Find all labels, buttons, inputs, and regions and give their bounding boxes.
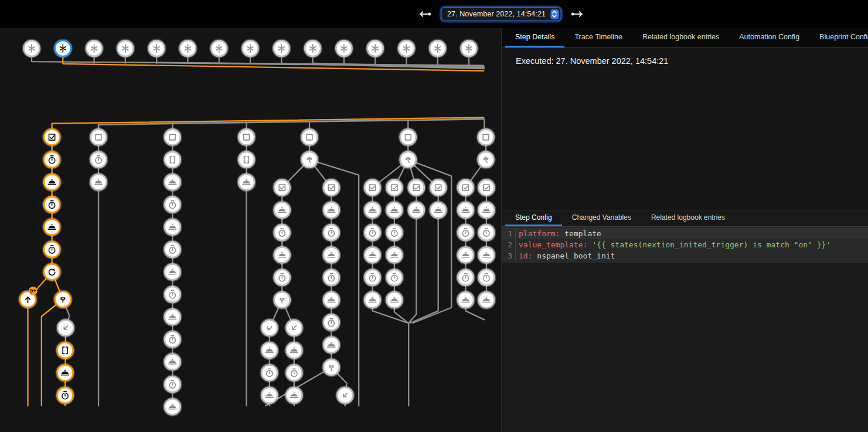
trace-node-call-split[interactable] (54, 290, 72, 308)
trace-node-service-call[interactable] (43, 173, 61, 191)
trace-node-timer[interactable] (260, 364, 278, 382)
trace-node-service-call[interactable] (457, 246, 475, 264)
trace-node-service-call[interactable] (322, 291, 341, 309)
trace-node-checkbox-marked[interactable] (322, 179, 341, 197)
yaml-code-editor[interactable]: 1platform: template2value_template: '{{ … (502, 227, 868, 263)
trace-node-arrow-bottom-left[interactable] (285, 319, 303, 337)
trace-node-code-brackets[interactable] (56, 341, 74, 359)
tab-step-details[interactable]: Step Details (505, 28, 564, 47)
trace-node-service-call[interactable] (386, 246, 404, 264)
trace-node-checkbox-marked[interactable] (457, 179, 475, 197)
trace-node-asterisk-trigger[interactable] (54, 39, 72, 57)
trace-node-timer[interactable] (43, 196, 61, 214)
trace-node-timer[interactable] (363, 223, 382, 241)
trace-node-checkbox-marked[interactable] (407, 179, 426, 197)
trace-node-service-call[interactable] (363, 246, 382, 264)
trace-node-timer[interactable] (322, 223, 341, 241)
trace-node-service-call[interactable] (90, 173, 108, 191)
code-line[interactable]: 2value_template: '{{ states(nextion_init… (502, 239, 868, 250)
trace-node-repeat[interactable] (43, 263, 61, 281)
code-line[interactable]: 1platform: template (502, 228, 868, 239)
trace-node-timer[interactable] (164, 285, 182, 304)
trace-node-timer[interactable] (56, 386, 74, 404)
trace-node-timer[interactable] (457, 223, 475, 241)
trace-node-service-call[interactable] (164, 263, 182, 281)
trace-node-service-call[interactable] (478, 291, 496, 309)
trace-node-choose-branch[interactable] (301, 151, 319, 169)
trace-node-asterisk-trigger[interactable] (179, 39, 197, 57)
trace-node-asterisk-trigger[interactable] (335, 39, 353, 57)
trace-node-checkbox-blank[interactable] (237, 128, 256, 147)
next-trace-arrow-icon[interactable] (569, 8, 586, 21)
trace-node-timer[interactable] (164, 196, 182, 214)
tab-changed-variables[interactable]: Changed Variables (562, 210, 641, 226)
trace-node-checkbox-blank[interactable] (301, 128, 319, 147)
trace-node-timer[interactable] (386, 223, 404, 241)
trace-node-service-call[interactable] (260, 386, 278, 404)
trace-node-asterisk-trigger[interactable] (273, 39, 291, 57)
trace-node-timer[interactable] (164, 331, 182, 349)
trace-node-service-call[interactable] (273, 246, 291, 264)
trace-node-arrow-bottom-left[interactable] (57, 319, 75, 337)
trace-node-checkbox-marked[interactable] (43, 128, 61, 147)
tab-automation-config[interactable]: Automation Config (729, 28, 809, 47)
previous-trace-arrow-icon[interactable] (416, 8, 433, 21)
trace-node-timer[interactable] (457, 268, 475, 287)
trace-date-select[interactable]: 27. November 2022, 14:54:21 (441, 7, 561, 21)
trace-node-asterisk-trigger[interactable] (23, 39, 41, 57)
tab-trace-timeline[interactable]: Trace Timeline (564, 28, 632, 47)
trace-node-call-split[interactable] (322, 358, 341, 376)
trace-node-service-call[interactable] (322, 246, 341, 264)
trace-node-service-call[interactable] (478, 246, 496, 264)
trace-node-service-call[interactable] (285, 386, 303, 404)
code-line[interactable]: 3id: nspanel_boot_init (502, 250, 868, 261)
trace-node-service-call[interactable] (363, 201, 382, 219)
trace-node-checkbox-marked[interactable] (363, 179, 382, 197)
trace-node-service-call[interactable] (164, 308, 182, 326)
trace-node-checkbox-marked[interactable] (478, 179, 496, 197)
trace-node-service-call[interactable] (386, 291, 404, 309)
trace-node-timer[interactable] (164, 375, 182, 393)
trace-node-service-call[interactable] (407, 201, 426, 219)
trace-node-asterisk-trigger[interactable] (85, 39, 103, 57)
trace-node-asterisk-trigger[interactable] (304, 39, 322, 57)
trace-node-choose-branch[interactable] (399, 151, 417, 169)
trace-node-service-call[interactable] (164, 218, 182, 236)
tab-blueprint-config[interactable]: Blueprint Config (809, 28, 868, 47)
trace-node-timer[interactable] (478, 223, 496, 241)
trace-node-checkbox-blank[interactable] (90, 128, 108, 147)
trace-node-asterisk-trigger[interactable] (397, 39, 416, 57)
trace-node-timer[interactable] (478, 268, 496, 287)
trace-node-asterisk-trigger[interactable] (428, 39, 447, 57)
trace-node-code-brackets[interactable] (164, 151, 182, 169)
trace-node-service-call[interactable] (273, 201, 291, 219)
trace-node-service-call[interactable] (322, 336, 341, 354)
trace-node-checkbox-blank[interactable] (399, 128, 417, 147)
trace-node-timer[interactable] (322, 268, 341, 287)
trace-node-service-call[interactable] (363, 291, 382, 309)
trace-node-service-call[interactable] (164, 173, 182, 191)
trace-node-choose-branch[interactable] (477, 151, 495, 169)
trace-node-service-call[interactable] (285, 341, 303, 359)
trace-node-checkbox-marked[interactable] (429, 179, 447, 197)
tab-step-config[interactable]: Step Config (505, 210, 562, 226)
trace-node-service-call[interactable] (237, 173, 256, 191)
trace-node-asterisk-trigger[interactable] (366, 39, 384, 57)
trace-node-arrow-up[interactable]: 9+ (19, 287, 38, 308)
automation-trace-graph[interactable]: 9+ (0, 28, 501, 432)
trace-node-service-call[interactable] (386, 201, 404, 219)
trace-node-service-call[interactable] (322, 201, 341, 219)
trace-node-call-split[interactable] (273, 291, 291, 309)
trace-node-timer[interactable] (164, 240, 182, 258)
trace-node-service-call[interactable] (260, 341, 278, 359)
trace-node-check-arrow[interactable] (260, 319, 278, 337)
trace-node-timer[interactable] (43, 151, 61, 169)
trace-node-service-call[interactable] (457, 201, 475, 219)
trace-node-arrow-bottom-left[interactable] (336, 386, 354, 404)
trace-node-asterisk-trigger[interactable] (210, 39, 228, 57)
trace-node-timer[interactable] (273, 223, 291, 241)
trace-node-timer[interactable] (322, 314, 341, 332)
trace-node-timer[interactable] (273, 268, 291, 287)
trace-node-service-call[interactable] (164, 398, 182, 416)
trace-node-checkbox-marked[interactable] (386, 179, 404, 197)
